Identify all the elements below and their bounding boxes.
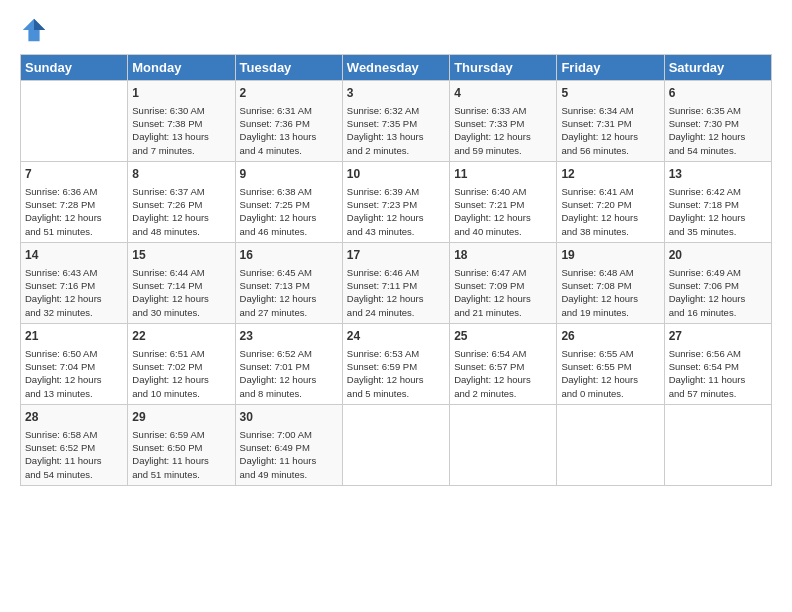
day-number: 2: [240, 85, 338, 102]
calendar-cell: 28Sunrise: 6:58 AM Sunset: 6:52 PM Dayli…: [21, 404, 128, 485]
day-info: Sunrise: 6:32 AM Sunset: 7:35 PM Dayligh…: [347, 104, 445, 157]
calendar-cell: 30Sunrise: 7:00 AM Sunset: 6:49 PM Dayli…: [235, 404, 342, 485]
day-info: Sunrise: 6:39 AM Sunset: 7:23 PM Dayligh…: [347, 185, 445, 238]
calendar-cell: 22Sunrise: 6:51 AM Sunset: 7:02 PM Dayli…: [128, 323, 235, 404]
day-number: 4: [454, 85, 552, 102]
calendar-cell: 8Sunrise: 6:37 AM Sunset: 7:26 PM Daylig…: [128, 161, 235, 242]
day-info: Sunrise: 6:49 AM Sunset: 7:06 PM Dayligh…: [669, 266, 767, 319]
day-info: Sunrise: 6:44 AM Sunset: 7:14 PM Dayligh…: [132, 266, 230, 319]
calendar-cell: [450, 404, 557, 485]
col-tuesday: Tuesday: [235, 55, 342, 81]
day-number: 22: [132, 328, 230, 345]
day-info: Sunrise: 6:36 AM Sunset: 7:28 PM Dayligh…: [25, 185, 123, 238]
day-number: 26: [561, 328, 659, 345]
calendar-cell: [664, 404, 771, 485]
calendar-cell: [557, 404, 664, 485]
day-number: 19: [561, 247, 659, 264]
calendar-cell: 21Sunrise: 6:50 AM Sunset: 7:04 PM Dayli…: [21, 323, 128, 404]
calendar-week-2: 7Sunrise: 6:36 AM Sunset: 7:28 PM Daylig…: [21, 161, 772, 242]
col-sunday: Sunday: [21, 55, 128, 81]
calendar-cell: 9Sunrise: 6:38 AM Sunset: 7:25 PM Daylig…: [235, 161, 342, 242]
calendar-cell: 5Sunrise: 6:34 AM Sunset: 7:31 PM Daylig…: [557, 81, 664, 162]
day-info: Sunrise: 7:00 AM Sunset: 6:49 PM Dayligh…: [240, 428, 338, 481]
day-info: Sunrise: 6:33 AM Sunset: 7:33 PM Dayligh…: [454, 104, 552, 157]
calendar-cell: 15Sunrise: 6:44 AM Sunset: 7:14 PM Dayli…: [128, 242, 235, 323]
calendar-table: Sunday Monday Tuesday Wednesday Thursday…: [20, 54, 772, 486]
day-info: Sunrise: 6:51 AM Sunset: 7:02 PM Dayligh…: [132, 347, 230, 400]
header: [20, 16, 772, 44]
day-number: 5: [561, 85, 659, 102]
calendar-cell: [21, 81, 128, 162]
day-number: 20: [669, 247, 767, 264]
day-info: Sunrise: 6:42 AM Sunset: 7:18 PM Dayligh…: [669, 185, 767, 238]
calendar-cell: 16Sunrise: 6:45 AM Sunset: 7:13 PM Dayli…: [235, 242, 342, 323]
calendar-week-3: 14Sunrise: 6:43 AM Sunset: 7:16 PM Dayli…: [21, 242, 772, 323]
col-thursday: Thursday: [450, 55, 557, 81]
day-number: 30: [240, 409, 338, 426]
page-container: Sunday Monday Tuesday Wednesday Thursday…: [0, 0, 792, 496]
day-number: 17: [347, 247, 445, 264]
day-info: Sunrise: 6:40 AM Sunset: 7:21 PM Dayligh…: [454, 185, 552, 238]
calendar-cell: 1Sunrise: 6:30 AM Sunset: 7:38 PM Daylig…: [128, 81, 235, 162]
day-number: 28: [25, 409, 123, 426]
calendar-cell: 6Sunrise: 6:35 AM Sunset: 7:30 PM Daylig…: [664, 81, 771, 162]
day-number: 1: [132, 85, 230, 102]
day-info: Sunrise: 6:35 AM Sunset: 7:30 PM Dayligh…: [669, 104, 767, 157]
day-number: 3: [347, 85, 445, 102]
calendar-cell: 3Sunrise: 6:32 AM Sunset: 7:35 PM Daylig…: [342, 81, 449, 162]
calendar-header-row: Sunday Monday Tuesday Wednesday Thursday…: [21, 55, 772, 81]
day-number: 6: [669, 85, 767, 102]
calendar-cell: 23Sunrise: 6:52 AM Sunset: 7:01 PM Dayli…: [235, 323, 342, 404]
svg-marker-1: [34, 19, 45, 30]
calendar-cell: 10Sunrise: 6:39 AM Sunset: 7:23 PM Dayli…: [342, 161, 449, 242]
day-number: 24: [347, 328, 445, 345]
calendar-cell: 7Sunrise: 6:36 AM Sunset: 7:28 PM Daylig…: [21, 161, 128, 242]
day-info: Sunrise: 6:43 AM Sunset: 7:16 PM Dayligh…: [25, 266, 123, 319]
day-number: 27: [669, 328, 767, 345]
calendar-week-5: 28Sunrise: 6:58 AM Sunset: 6:52 PM Dayli…: [21, 404, 772, 485]
calendar-cell: 11Sunrise: 6:40 AM Sunset: 7:21 PM Dayli…: [450, 161, 557, 242]
day-info: Sunrise: 6:55 AM Sunset: 6:55 PM Dayligh…: [561, 347, 659, 400]
day-info: Sunrise: 6:54 AM Sunset: 6:57 PM Dayligh…: [454, 347, 552, 400]
col-monday: Monday: [128, 55, 235, 81]
day-number: 12: [561, 166, 659, 183]
day-info: Sunrise: 6:31 AM Sunset: 7:36 PM Dayligh…: [240, 104, 338, 157]
day-info: Sunrise: 6:47 AM Sunset: 7:09 PM Dayligh…: [454, 266, 552, 319]
calendar-week-4: 21Sunrise: 6:50 AM Sunset: 7:04 PM Dayli…: [21, 323, 772, 404]
calendar-cell: 25Sunrise: 6:54 AM Sunset: 6:57 PM Dayli…: [450, 323, 557, 404]
col-wednesday: Wednesday: [342, 55, 449, 81]
day-number: 13: [669, 166, 767, 183]
calendar-cell: 13Sunrise: 6:42 AM Sunset: 7:18 PM Dayli…: [664, 161, 771, 242]
day-number: 29: [132, 409, 230, 426]
day-info: Sunrise: 6:53 AM Sunset: 6:59 PM Dayligh…: [347, 347, 445, 400]
col-friday: Friday: [557, 55, 664, 81]
day-number: 23: [240, 328, 338, 345]
calendar-cell: 14Sunrise: 6:43 AM Sunset: 7:16 PM Dayli…: [21, 242, 128, 323]
day-info: Sunrise: 6:30 AM Sunset: 7:38 PM Dayligh…: [132, 104, 230, 157]
col-saturday: Saturday: [664, 55, 771, 81]
day-number: 21: [25, 328, 123, 345]
day-number: 25: [454, 328, 552, 345]
day-info: Sunrise: 6:59 AM Sunset: 6:50 PM Dayligh…: [132, 428, 230, 481]
calendar-cell: [342, 404, 449, 485]
day-number: 18: [454, 247, 552, 264]
day-info: Sunrise: 6:41 AM Sunset: 7:20 PM Dayligh…: [561, 185, 659, 238]
day-number: 15: [132, 247, 230, 264]
logo-icon: [20, 16, 48, 44]
day-info: Sunrise: 6:52 AM Sunset: 7:01 PM Dayligh…: [240, 347, 338, 400]
day-info: Sunrise: 6:45 AM Sunset: 7:13 PM Dayligh…: [240, 266, 338, 319]
day-info: Sunrise: 6:50 AM Sunset: 7:04 PM Dayligh…: [25, 347, 123, 400]
calendar-cell: 26Sunrise: 6:55 AM Sunset: 6:55 PM Dayli…: [557, 323, 664, 404]
day-info: Sunrise: 6:46 AM Sunset: 7:11 PM Dayligh…: [347, 266, 445, 319]
day-info: Sunrise: 6:58 AM Sunset: 6:52 PM Dayligh…: [25, 428, 123, 481]
calendar-cell: 24Sunrise: 6:53 AM Sunset: 6:59 PM Dayli…: [342, 323, 449, 404]
calendar-cell: 27Sunrise: 6:56 AM Sunset: 6:54 PM Dayli…: [664, 323, 771, 404]
day-info: Sunrise: 6:38 AM Sunset: 7:25 PM Dayligh…: [240, 185, 338, 238]
calendar-cell: 12Sunrise: 6:41 AM Sunset: 7:20 PM Dayli…: [557, 161, 664, 242]
calendar-cell: 2Sunrise: 6:31 AM Sunset: 7:36 PM Daylig…: [235, 81, 342, 162]
calendar-cell: 4Sunrise: 6:33 AM Sunset: 7:33 PM Daylig…: [450, 81, 557, 162]
day-info: Sunrise: 6:37 AM Sunset: 7:26 PM Dayligh…: [132, 185, 230, 238]
day-number: 16: [240, 247, 338, 264]
day-number: 8: [132, 166, 230, 183]
day-number: 11: [454, 166, 552, 183]
